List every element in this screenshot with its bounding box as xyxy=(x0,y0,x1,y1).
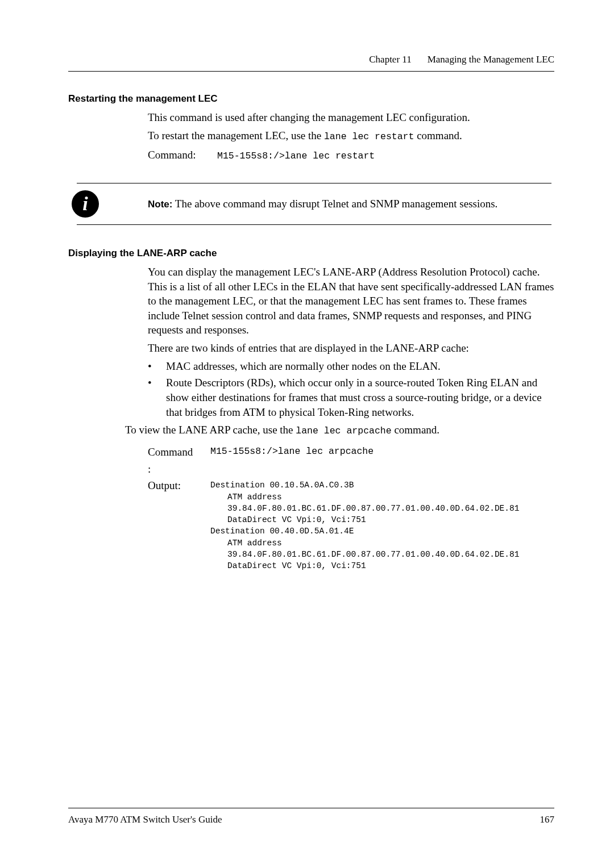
section-heading-restart: Restarting the management LEC xyxy=(68,93,554,105)
bullet-marker: • xyxy=(148,359,166,374)
text-run: To restart the management LEC, use the xyxy=(148,130,324,141)
command-label: Command: xyxy=(148,149,217,161)
text-run: command. xyxy=(414,130,462,141)
page-number: 167 xyxy=(540,814,555,825)
note-body: The above command may disrupt Telnet and… xyxy=(172,198,497,210)
paragraph: This command is used after changing the … xyxy=(148,110,554,125)
header-rule xyxy=(68,71,554,72)
text-run: command. xyxy=(392,424,439,436)
output-content: Destination 00.10.5A.0A.C0.3B ATM addres… xyxy=(210,479,554,571)
list-item-text: MAC addresses, which are normally other … xyxy=(166,359,441,374)
paragraph: You can display the management LEC's LAN… xyxy=(148,265,554,337)
page-header: Chapter 11 Managing the Management LEC xyxy=(68,54,554,65)
list-item: • MAC addresses, which are normally othe… xyxy=(148,359,554,374)
command-label-colon: : xyxy=(148,462,554,477)
footer-row: Avaya M770 ATM Switch User's Guide 167 xyxy=(68,814,554,825)
chapter-title: Managing the Management LEC xyxy=(428,54,554,65)
footer-rule xyxy=(68,808,554,808)
inline-code: lane lec arpcache xyxy=(296,425,391,436)
info-icon-circle: i xyxy=(72,190,99,218)
output-line: ATM address 39.84.0F.80.01.BC.61.DF.00.8… xyxy=(210,491,554,515)
bullet-list: • MAC addresses, which are normally othe… xyxy=(148,359,554,420)
output-line: Destination 00.10.5A.0A.C0.3B xyxy=(210,479,554,491)
info-icon: i xyxy=(68,190,102,218)
output-line: Destination 00.40.0D.5A.01.4E xyxy=(210,525,554,537)
paragraph: There are two kinds of entries that are … xyxy=(148,341,554,356)
command-block: Command M15-155s8:/>lane lec arpcache xyxy=(148,446,554,458)
output-line: ATM address 39.84.0F.80.01.BC.61.DF.00.8… xyxy=(210,537,554,561)
bullet-marker: • xyxy=(148,375,166,419)
inline-code: lane lec restart xyxy=(324,131,414,142)
command-label: Command xyxy=(148,446,210,458)
page-footer: Avaya M770 ATM Switch User's Guide 167 xyxy=(68,808,554,825)
command-label-line1: Command xyxy=(148,446,193,458)
text-run: To view the LANE ARP cache, use the xyxy=(125,424,296,436)
output-line: DataDirect VC Vpi:0, Vci:751 xyxy=(210,560,554,571)
output-line: DataDirect VC Vpi:0, Vci:751 xyxy=(210,514,554,525)
note-rule-bottom xyxy=(77,224,551,225)
info-i-glyph: i xyxy=(82,193,88,215)
command-text: M15-155s8:/>lane lec arpcache xyxy=(210,446,374,458)
paragraph: To restart the management LEC, use the l… xyxy=(148,128,554,143)
note-row: i Note: The above command may disrupt Te… xyxy=(68,183,554,224)
list-item: • Route Descriptors (RDs), which occur o… xyxy=(148,375,554,419)
command-row: Command: M15-155s8:/>lane lec restart xyxy=(148,149,554,161)
section-heading-arp: Displaying the LANE-ARP cache xyxy=(68,248,554,259)
list-item-text: Route Descriptors (RDs), which occur onl… xyxy=(166,375,554,419)
footer-left: Avaya M770 ATM Switch User's Guide xyxy=(68,814,222,825)
chapter-number: Chapter 11 xyxy=(369,54,411,65)
note-block: i Note: The above command may disrupt Te… xyxy=(68,183,554,225)
output-block: Output: Destination 00.10.5A.0A.C0.3B AT… xyxy=(148,479,554,571)
paragraph: To view the LANE ARP cache, use the lane… xyxy=(125,423,554,437)
note-label: Note: xyxy=(148,199,172,210)
command-text: M15-155s8:/>lane lec restart xyxy=(217,151,375,161)
output-label: Output: xyxy=(148,479,210,571)
note-text: Note: The above command may disrupt Teln… xyxy=(148,198,497,210)
